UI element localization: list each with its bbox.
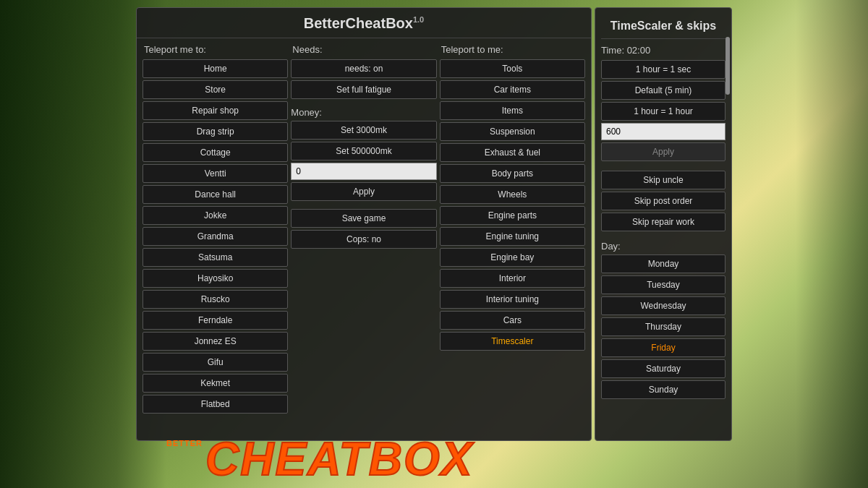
teleport-btn-ventti[interactable]: Ventti [142,164,288,183]
teleport-to-me-btn-items[interactable]: Items [440,101,585,120]
apply-time-btn[interactable]: Apply [601,142,726,161]
teleport-btn-ruscko[interactable]: Ruscko [142,290,288,309]
logo-better-text: BETTER [166,439,203,448]
set-500000mk-btn[interactable]: Set 500000mk [291,142,436,160]
day-btn-sunday[interactable]: Sunday [601,380,726,399]
needs-column: Needs: needs: on Set full fatigue Money:… [291,44,436,435]
time-panel: TimeScaler & skips Time: 02:00 1 hour = … [595,7,732,441]
teleport-to-me-btn-tools[interactable]: Tools [440,59,585,78]
money-header: Money: [291,107,436,118]
teleport-btn-repair-shop[interactable]: Repair shop [142,101,288,120]
teleport-column: Teleport me to: HomeStoreRepair shopDrag… [142,44,288,435]
teleport-btn-kekmet[interactable]: Kekmet [142,374,288,393]
teleport-header: Teleport me to: [142,44,288,55]
panel-body: Teleport me to: HomeStoreRepair shopDrag… [137,38,591,440]
teleport-btn-grandma[interactable]: Grandma [142,227,288,246]
teleport-to-me-btn-interior-tuning[interactable]: Interior tuning [440,290,585,309]
teleport-btn-drag-strip[interactable]: Drag strip [142,122,288,141]
timescaler-btn[interactable]: Timescaler [440,332,585,351]
custom-time-input[interactable] [601,123,726,140]
day-btn-wednesday[interactable]: Wednesday [601,296,726,315]
teleport-btn-dance-hall[interactable]: Dance hall [142,185,288,204]
save-game-btn[interactable]: Save game [291,209,436,228]
set-fatigue-btn[interactable]: Set full fatigue [291,80,436,99]
needs-header: Needs: [291,44,436,55]
main-container: BetterCheatBox1.0 Teleport me to: HomeSt… [0,0,868,488]
skip-uncle-btn[interactable]: Skip uncle [601,171,726,189]
day-btn-thursday[interactable]: Thursday [601,317,726,336]
cheatbox-panel: BetterCheatBox1.0 Teleport me to: HomeSt… [136,7,592,441]
teleport-btn-gifu[interactable]: Gifu [142,353,288,372]
time-display: Time: 02:00 [601,45,726,56]
teleport-btn-satsuma[interactable]: Satsuma [142,248,288,267]
teleport-btn-home[interactable]: Home [142,59,288,78]
teleport-to-me-header: Teleport to me: [440,44,585,55]
teleport-to-me-btn-body-parts[interactable]: Body parts [440,164,585,183]
apply-money-btn[interactable]: Apply [291,182,436,201]
teleport-to-me-btn-engine-bay[interactable]: Engine bay [440,248,585,267]
teleport-to-me-btn-engine-tuning[interactable]: Engine tuning [440,227,585,246]
needs-toggle-btn[interactable]: needs: on [291,59,436,78]
bottom-logo: BETTER CHEATBOX [166,436,473,482]
logo-cheatbox-text: CHEATBOX [205,436,473,482]
day-btn-monday[interactable]: Monday [601,254,726,273]
scrollbar-thumb[interactable] [726,37,730,95]
day-buttons-container: MondayTuesdayWednesdayThursdayFridaySatu… [601,254,726,401]
panel-title: BetterCheatBox1.0 [137,8,591,38]
day-label: Day: [601,241,726,252]
teleport-to-me-btn-engine-parts[interactable]: Engine parts [440,206,585,225]
teleport-btn-ferndale[interactable]: Ferndale [142,311,288,330]
teleport-to-me-btn-cars[interactable]: Cars [440,311,585,330]
money-input[interactable] [291,163,436,180]
cops-btn[interactable]: Cops: no [291,230,436,249]
app-title-text: BetterCheatBox [304,15,413,31]
teleport-buttons-container: HomeStoreRepair shopDrag stripCottageVen… [142,59,288,416]
teleport-to-me-btn-car-items[interactable]: Car items [440,80,585,99]
1hour-1hour-btn[interactable]: 1 hour = 1 hour [601,102,726,121]
teleport-btn-hayosiko[interactable]: Hayosiko [142,269,288,288]
teleport-to-me-buttons-container: ToolsCar itemsItemsSuspensionExhaust & f… [440,59,585,332]
teleport-to-me-btn-wheels[interactable]: Wheels [440,185,585,204]
skip-repair-btn[interactable]: Skip repair work [601,213,726,231]
teleport-to-me-column: Teleport to me: ToolsCar itemsItemsSuspe… [440,44,585,435]
teleport-btn-cottage[interactable]: Cottage [142,143,288,162]
day-btn-tuesday[interactable]: Tuesday [601,275,726,294]
app-version: 1.0 [413,15,424,24]
day-btn-friday[interactable]: Friday [601,338,726,357]
set-3000mk-btn[interactable]: Set 3000mk [291,121,436,140]
teleport-to-me-btn-exhaust-&-fuel[interactable]: Exhaust & fuel [440,143,585,162]
default-5min-btn[interactable]: Default (5 min) [601,81,726,100]
time-panel-title: TimeScaler & skips [601,14,726,39]
teleport-to-me-btn-interior[interactable]: Interior [440,269,585,288]
1hour-1sec-btn[interactable]: 1 hour = 1 sec [601,60,726,79]
teleport-btn-store[interactable]: Store [142,80,288,99]
teleport-to-me-btn-suspension[interactable]: Suspension [440,122,585,141]
teleport-btn-jokke[interactable]: Jokke [142,206,288,225]
teleport-btn-flatbed[interactable]: Flatbed [142,395,288,414]
day-btn-saturday[interactable]: Saturday [601,359,726,378]
skip-post-btn[interactable]: Skip post order [601,192,726,210]
teleport-btn-jonnez-es[interactable]: Jonnez ES [142,332,288,351]
